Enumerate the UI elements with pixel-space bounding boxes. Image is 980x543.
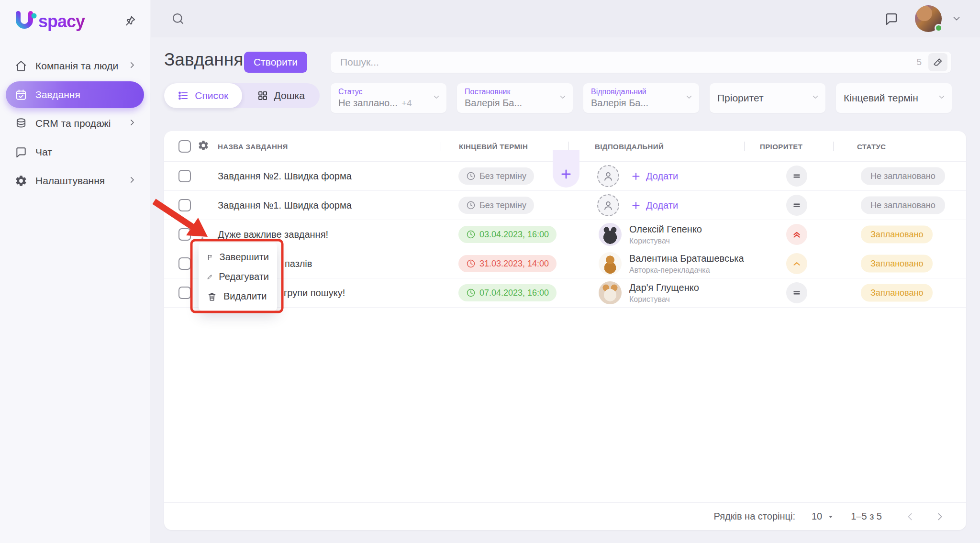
tab-list-view[interactable]: Список bbox=[164, 83, 242, 108]
status-badge[interactable]: Заплановано bbox=[861, 226, 933, 244]
clock-icon bbox=[466, 288, 476, 298]
row-checkbox[interactable] bbox=[178, 228, 191, 241]
sidebar-item-crm[interactable]: CRM та продажі bbox=[6, 110, 144, 137]
trash-icon bbox=[207, 291, 217, 302]
task-name: Завдання №1. Швидка форма bbox=[218, 200, 352, 211]
row-checkbox[interactable] bbox=[178, 199, 191, 211]
column-header-status[interactable]: СТАТУС bbox=[857, 142, 886, 150]
chat-icon bbox=[14, 145, 28, 159]
global-search-icon[interactable] bbox=[171, 11, 185, 26]
sidebar-item-settings[interactable]: Налаштування bbox=[6, 167, 144, 194]
row-checkbox[interactable] bbox=[178, 287, 191, 299]
assignee-placeholder[interactable] bbox=[597, 194, 619, 216]
tasks-table: НАЗВА ЗАВДАННЯ КІНЦЕВИЙ ТЕРМІН ВІДПОВІДА… bbox=[164, 131, 966, 530]
assignee-name: Валентина Браташевська bbox=[629, 253, 744, 264]
filter-status[interactable]: Статус Не заплано...+4 bbox=[331, 83, 446, 113]
table-row[interactable]: Дуже важливе завдання! 03.04.2023, 16:00… bbox=[164, 220, 966, 249]
column-header-name[interactable]: НАЗВА ЗАВДАННЯ bbox=[218, 142, 288, 150]
chevron-right-icon bbox=[128, 175, 136, 187]
filter-deadline[interactable]: Кінцевий термін bbox=[836, 83, 952, 113]
uspacy-logo[interactable]: spacy bbox=[14, 10, 85, 32]
logo-text: spacy bbox=[38, 11, 85, 32]
assignee-placeholder[interactable] bbox=[597, 165, 619, 187]
task-search-box: 5 bbox=[331, 52, 951, 73]
column-header-deadline[interactable]: КІНЦЕВИЙ ТЕРМІН bbox=[459, 142, 528, 150]
clock-icon bbox=[466, 171, 476, 181]
row-checkbox[interactable] bbox=[178, 170, 191, 182]
person-icon bbox=[602, 170, 614, 182]
assignee-name: Дар'я Глущенко bbox=[629, 282, 699, 293]
avatar-peanut-character bbox=[599, 252, 622, 275]
sidebar-item-label: Чат bbox=[35, 146, 52, 158]
task-name-partially-hidden: пазлів bbox=[285, 258, 312, 269]
sidebar-item-label: CRM та продажі bbox=[35, 118, 111, 129]
status-badge[interactable]: Заплановано bbox=[861, 284, 933, 302]
context-menu-delete[interactable]: Видалити bbox=[199, 287, 277, 306]
page-next-chevron-icon[interactable] bbox=[935, 511, 945, 522]
priority-medium-icon[interactable] bbox=[786, 195, 807, 216]
pin-icon[interactable] bbox=[124, 15, 136, 29]
row-checkbox[interactable] bbox=[178, 257, 191, 270]
column-divider bbox=[744, 142, 745, 151]
rows-per-page-select[interactable]: 10 bbox=[812, 511, 835, 522]
priority-highest-icon[interactable] bbox=[786, 224, 807, 245]
filter-priority[interactable]: Пріоритет bbox=[710, 83, 825, 113]
add-assignee-button[interactable]: Додати bbox=[631, 200, 678, 211]
caret-down-icon bbox=[827, 513, 835, 521]
chevron-down-icon bbox=[432, 93, 441, 103]
context-menu-label: Видалити bbox=[223, 291, 267, 302]
table-row[interactable]: групи пошуку! 07.04.2023, 16:00 Дар'я Гл… bbox=[164, 278, 966, 308]
status-badge[interactable]: Заплановано bbox=[861, 255, 933, 273]
assignee[interactable]: Валентина Браташевська Авторка-переклада… bbox=[599, 252, 744, 275]
table-row[interactable]: Завдання №2. Швидка форма Без терміну До… bbox=[164, 162, 966, 191]
tab-board-view[interactable]: Дошка bbox=[242, 83, 320, 108]
online-status-dot bbox=[935, 24, 943, 32]
user-avatar[interactable] bbox=[915, 5, 942, 32]
filter-author[interactable]: Постановник Валерія Ба... bbox=[457, 83, 573, 113]
deadline-chip[interactable]: Без терміну bbox=[458, 167, 534, 185]
context-menu-complete[interactable]: Завершити bbox=[199, 247, 277, 267]
page-previous-chevron-icon[interactable] bbox=[905, 511, 915, 522]
deadline-chip[interactable]: 07.04.2023, 16:00 bbox=[458, 284, 557, 301]
add-assignee-button[interactable]: Додати bbox=[631, 171, 678, 182]
sidebar: spacy Компанія та люди Завдання bbox=[0, 0, 150, 543]
avatar-black-cat bbox=[599, 223, 622, 246]
sidebar-item-tasks[interactable]: Завдання bbox=[6, 81, 144, 108]
filter-responsible[interactable]: Відповідальний Валерія Ба... bbox=[583, 83, 699, 113]
priority-medium-icon[interactable] bbox=[786, 166, 807, 187]
user-menu-chevron-down-icon[interactable] bbox=[951, 13, 962, 24]
filter-value: Валерія Ба... bbox=[465, 98, 557, 109]
deadline-chip[interactable]: Без терміну bbox=[458, 197, 534, 214]
assignee[interactable]: Олексій Гепенко Користувач bbox=[599, 223, 702, 246]
column-header-priority[interactable]: ПРІОРИТЕТ bbox=[760, 142, 802, 150]
priority-high-icon[interactable] bbox=[786, 253, 807, 274]
table-row[interactable]: пазлів 31.03.2023, 14:00 Валентина Брата… bbox=[164, 249, 966, 278]
sidebar-item-chat[interactable]: Чат bbox=[6, 139, 144, 166]
filter-label: Постановник bbox=[465, 88, 557, 96]
deadline-chip[interactable]: 31.03.2023, 14:00 bbox=[458, 255, 557, 272]
status-badge[interactable]: Не заплановано bbox=[861, 167, 945, 185]
context-menu-edit[interactable]: Редагувати bbox=[199, 267, 277, 287]
filter-value: Валерія Ба... bbox=[591, 98, 683, 109]
messages-icon[interactable] bbox=[884, 11, 899, 26]
table-row[interactable]: Завдання №1. Швидка форма Без терміну До… bbox=[164, 191, 966, 220]
chevron-right-icon bbox=[128, 60, 136, 72]
search-input[interactable] bbox=[340, 56, 916, 68]
priority-medium-icon[interactable] bbox=[786, 282, 807, 303]
filter-label: Статус bbox=[338, 88, 430, 96]
create-button[interactable]: Створити bbox=[244, 52, 307, 73]
deadline-chip[interactable]: 03.04.2023, 16:00 bbox=[458, 226, 557, 243]
select-all-checkbox[interactable] bbox=[178, 140, 191, 153]
rows-per-page-label: Рядків на сторінці: bbox=[714, 511, 795, 522]
assignee[interactable]: Дар'я Глущенко Користувач bbox=[599, 281, 699, 304]
gear-icon bbox=[14, 174, 28, 188]
row-actions-kebab-icon[interactable] bbox=[200, 228, 205, 241]
clear-filters-eraser-icon[interactable] bbox=[928, 53, 947, 71]
view-toggle: Список Дошка bbox=[164, 83, 320, 108]
sidebar-item-company[interactable]: Компанія та люди bbox=[6, 53, 144, 79]
context-menu-label: Редагувати bbox=[219, 271, 269, 282]
column-header-responsible[interactable]: ВІДПОВІДАЛЬНИЙ bbox=[595, 142, 664, 150]
columns-settings-gear-icon[interactable] bbox=[198, 140, 209, 153]
status-badge[interactable]: Не заплановано bbox=[861, 197, 945, 214]
task-name: Дуже важливе завдання! bbox=[218, 229, 328, 240]
